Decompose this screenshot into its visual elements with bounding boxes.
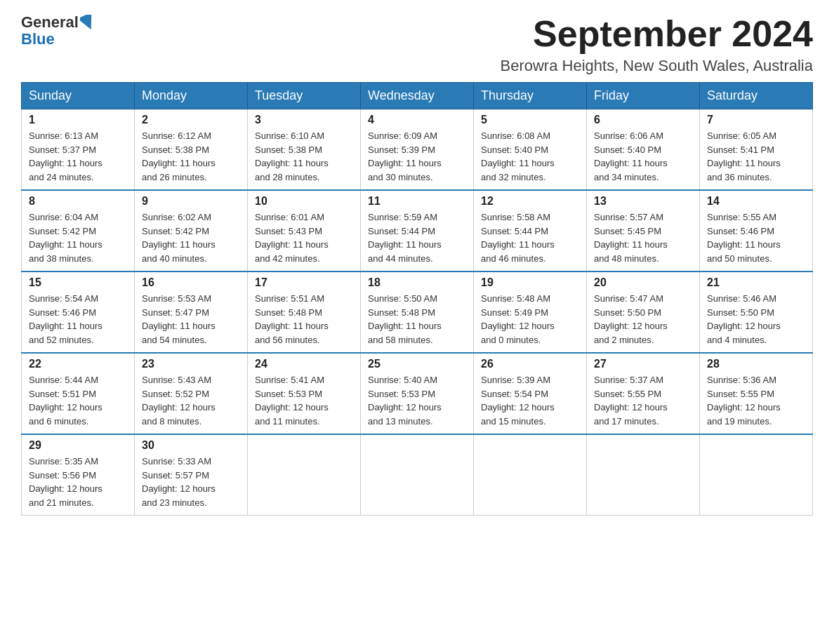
day-number: 24	[255, 358, 353, 370]
day-info: Sunrise: 6:13 AMSunset: 5:37 PMDaylight:…	[29, 129, 127, 184]
day-number: 22	[29, 358, 127, 370]
table-row: 11Sunrise: 5:59 AMSunset: 5:44 PMDayligh…	[361, 190, 474, 271]
page-header: General Blue September 2024 Berowra Heig…	[21, 14, 813, 75]
table-row: 16Sunrise: 5:53 AMSunset: 5:47 PMDayligh…	[135, 271, 248, 353]
day-number: 12	[481, 195, 579, 208]
day-number: 27	[594, 358, 692, 370]
weekday-header-row: Sunday Monday Tuesday Wednesday Thursday…	[22, 83, 813, 109]
table-row	[361, 434, 474, 516]
table-row: 3Sunrise: 6:10 AMSunset: 5:38 PMDaylight…	[248, 109, 361, 191]
location-title: Berowra Heights, New South Wales, Austra…	[501, 57, 814, 75]
table-row: 6Sunrise: 6:06 AMSunset: 5:40 PMDaylight…	[587, 109, 700, 191]
day-number: 16	[142, 276, 240, 289]
table-row: 24Sunrise: 5:41 AMSunset: 5:53 PMDayligh…	[248, 353, 361, 434]
title-block: September 2024 Berowra Heights, New Sout…	[501, 14, 814, 75]
header-friday: Friday	[587, 83, 700, 109]
day-info: Sunrise: 6:12 AMSunset: 5:38 PMDaylight:…	[142, 129, 240, 184]
day-info: Sunrise: 5:37 AMSunset: 5:55 PMDaylight:…	[594, 373, 692, 428]
day-info: Sunrise: 5:39 AMSunset: 5:54 PMDaylight:…	[481, 373, 579, 428]
day-info: Sunrise: 6:02 AMSunset: 5:42 PMDaylight:…	[142, 210, 240, 265]
calendar-week-row: 1Sunrise: 6:13 AMSunset: 5:37 PMDaylight…	[22, 109, 813, 191]
day-number: 6	[594, 114, 692, 126]
table-row: 17Sunrise: 5:51 AMSunset: 5:48 PMDayligh…	[248, 271, 361, 353]
day-info: Sunrise: 5:50 AMSunset: 5:48 PMDaylight:…	[368, 292, 466, 347]
day-info: Sunrise: 6:08 AMSunset: 5:40 PMDaylight:…	[481, 129, 579, 184]
day-number: 29	[29, 439, 127, 452]
month-title: September 2024	[501, 14, 814, 54]
day-info: Sunrise: 6:04 AMSunset: 5:42 PMDaylight:…	[29, 210, 127, 265]
table-row: 15Sunrise: 5:54 AMSunset: 5:46 PMDayligh…	[22, 271, 135, 353]
calendar-week-row: 22Sunrise: 5:44 AMSunset: 5:51 PMDayligh…	[22, 353, 813, 434]
day-number: 1	[29, 114, 127, 126]
table-row	[587, 434, 700, 516]
svg-marker-0	[80, 15, 95, 30]
day-number: 19	[481, 276, 579, 289]
day-number: 8	[29, 195, 127, 208]
day-number: 25	[368, 358, 466, 370]
logo: General Blue	[21, 14, 95, 48]
day-number: 17	[255, 276, 353, 289]
table-row: 12Sunrise: 5:58 AMSunset: 5:44 PMDayligh…	[474, 190, 587, 271]
day-info: Sunrise: 5:44 AMSunset: 5:51 PMDaylight:…	[29, 373, 127, 428]
table-row: 9Sunrise: 6:02 AMSunset: 5:42 PMDaylight…	[135, 190, 248, 271]
table-row: 7Sunrise: 6:05 AMSunset: 5:41 PMDaylight…	[700, 109, 813, 191]
day-number: 2	[142, 114, 240, 126]
day-info: Sunrise: 5:36 AMSunset: 5:55 PMDaylight:…	[707, 373, 805, 428]
header-wednesday: Wednesday	[361, 83, 474, 109]
calendar-week-row: 29Sunrise: 5:35 AMSunset: 5:56 PMDayligh…	[22, 434, 813, 516]
day-info: Sunrise: 5:41 AMSunset: 5:53 PMDaylight:…	[255, 373, 353, 428]
day-number: 11	[368, 195, 466, 208]
logo-general-text: General	[21, 14, 79, 31]
day-info: Sunrise: 5:59 AMSunset: 5:44 PMDaylight:…	[368, 210, 466, 265]
day-number: 9	[142, 195, 240, 208]
header-thursday: Thursday	[474, 83, 587, 109]
table-row: 27Sunrise: 5:37 AMSunset: 5:55 PMDayligh…	[587, 353, 700, 434]
day-info: Sunrise: 5:53 AMSunset: 5:47 PMDaylight:…	[142, 292, 240, 347]
day-number: 4	[368, 114, 466, 126]
day-number: 7	[707, 114, 805, 126]
day-info: Sunrise: 5:35 AMSunset: 5:56 PMDaylight:…	[29, 455, 127, 509]
table-row: 1Sunrise: 6:13 AMSunset: 5:37 PMDaylight…	[22, 109, 135, 191]
table-row: 14Sunrise: 5:55 AMSunset: 5:46 PMDayligh…	[700, 190, 813, 271]
logo-blue-text: Blue	[21, 31, 95, 48]
day-number: 28	[707, 358, 805, 370]
day-info: Sunrise: 6:10 AMSunset: 5:38 PMDaylight:…	[255, 129, 353, 184]
table-row: 19Sunrise: 5:48 AMSunset: 5:49 PMDayligh…	[474, 271, 587, 353]
day-number: 21	[707, 276, 805, 289]
calendar-week-row: 15Sunrise: 5:54 AMSunset: 5:46 PMDayligh…	[22, 271, 813, 353]
day-info: Sunrise: 5:55 AMSunset: 5:46 PMDaylight:…	[707, 210, 805, 265]
table-row: 5Sunrise: 6:08 AMSunset: 5:40 PMDaylight…	[474, 109, 587, 191]
table-row	[474, 434, 587, 516]
day-number: 30	[142, 439, 240, 452]
table-row: 10Sunrise: 6:01 AMSunset: 5:43 PMDayligh…	[248, 190, 361, 271]
logo-arrow-icon	[80, 15, 95, 30]
day-number: 23	[142, 358, 240, 370]
day-number: 20	[594, 276, 692, 289]
day-info: Sunrise: 5:40 AMSunset: 5:53 PMDaylight:…	[368, 373, 466, 428]
table-row: 2Sunrise: 6:12 AMSunset: 5:38 PMDaylight…	[135, 109, 248, 191]
day-info: Sunrise: 5:57 AMSunset: 5:45 PMDaylight:…	[594, 210, 692, 265]
day-info: Sunrise: 5:58 AMSunset: 5:44 PMDaylight:…	[481, 210, 579, 265]
day-number: 13	[594, 195, 692, 208]
table-row: 26Sunrise: 5:39 AMSunset: 5:54 PMDayligh…	[474, 353, 587, 434]
day-info: Sunrise: 5:33 AMSunset: 5:57 PMDaylight:…	[142, 455, 240, 509]
table-row: 13Sunrise: 5:57 AMSunset: 5:45 PMDayligh…	[587, 190, 700, 271]
table-row: 29Sunrise: 5:35 AMSunset: 5:56 PMDayligh…	[22, 434, 135, 516]
table-row	[248, 434, 361, 516]
day-info: Sunrise: 5:47 AMSunset: 5:50 PMDaylight:…	[594, 292, 692, 347]
table-row: 25Sunrise: 5:40 AMSunset: 5:53 PMDayligh…	[361, 353, 474, 434]
table-row: 21Sunrise: 5:46 AMSunset: 5:50 PMDayligh…	[700, 271, 813, 353]
day-info: Sunrise: 5:43 AMSunset: 5:52 PMDaylight:…	[142, 373, 240, 428]
day-info: Sunrise: 5:48 AMSunset: 5:49 PMDaylight:…	[481, 292, 579, 347]
calendar-table: Sunday Monday Tuesday Wednesday Thursday…	[21, 82, 813, 516]
day-number: 10	[255, 195, 353, 208]
header-sunday: Sunday	[22, 83, 135, 109]
day-info: Sunrise: 5:46 AMSunset: 5:50 PMDaylight:…	[707, 292, 805, 347]
table-row: 20Sunrise: 5:47 AMSunset: 5:50 PMDayligh…	[587, 271, 700, 353]
day-info: Sunrise: 6:06 AMSunset: 5:40 PMDaylight:…	[594, 129, 692, 184]
day-info: Sunrise: 6:05 AMSunset: 5:41 PMDaylight:…	[707, 129, 805, 184]
table-row: 18Sunrise: 5:50 AMSunset: 5:48 PMDayligh…	[361, 271, 474, 353]
day-number: 26	[481, 358, 579, 370]
header-saturday: Saturday	[700, 83, 813, 109]
header-tuesday: Tuesday	[248, 83, 361, 109]
